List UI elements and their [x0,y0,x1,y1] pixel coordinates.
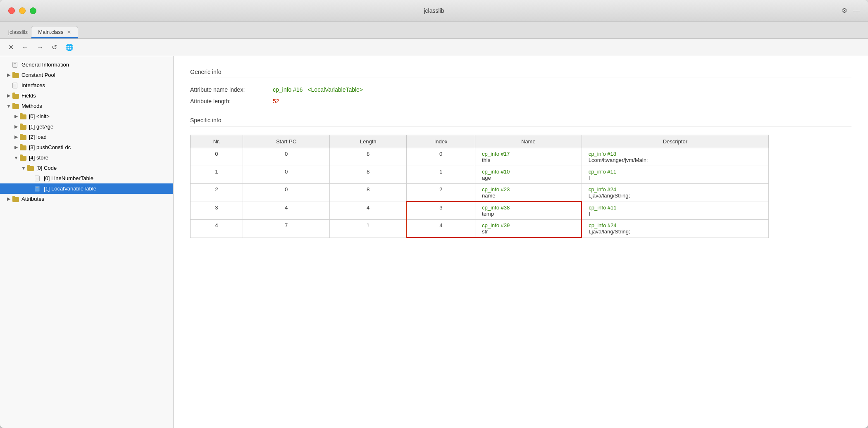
tree-item-13[interactable]: ▶Attributes [0,194,173,204]
name-link-2[interactable]: cp_info #23 [482,186,510,193]
tree-item-0[interactable]: General Information [0,59,173,70]
attribute-name-label: Attribute name index: [190,86,273,93]
tree-label-1: Constant Pool [21,72,55,78]
maximize-button[interactable] [30,7,36,14]
tree-item-12[interactable]: [1] LocalVariableTable [0,183,173,194]
cell-descriptor-3: cp_info #11I [582,202,768,220]
window-title: jclasslib [424,7,444,14]
desc-sub-4: Ljava/lang/String; [589,228,762,235]
main-content: General Information▶Constant PoolInterfa… [0,56,868,428]
tree-item-5[interactable]: ▶[0] <init> [0,111,173,121]
gear-icon[interactable]: ⚙ [842,7,847,14]
folder-icon [12,72,20,78]
tab-close-icon[interactable]: ✕ [67,29,71,35]
tree-label-10: [0] Code [36,165,57,171]
tree-item-10[interactable]: ▼[0] Code [0,163,173,173]
minus-icon[interactable]: — [853,7,860,14]
name-link-1[interactable]: cp_info #10 [482,169,510,175]
tree-item-9[interactable]: ▼[4] store [0,152,173,163]
tree-label-5: [0] <init> [29,113,50,119]
name-link-0[interactable]: cp_info #17 [482,151,510,157]
tree-arrow-6: ▶ [12,124,20,129]
minimize-button[interactable] [19,7,26,14]
name-link-3[interactable]: cp_info #38 [482,204,510,211]
cell-index-0: 0 [407,148,475,166]
cell-descriptor-0: cp_info #18Lcom/itwanger/jvm/Main; [582,148,768,166]
desc-sub-2: Ljava/lang/String; [589,193,762,199]
cell-descriptor-4: cp_info #24Ljava/lang/String; [582,220,768,238]
cell-length-4: 1 [330,220,407,238]
tree-item-4[interactable]: ▼Methods [0,101,173,111]
refresh-button[interactable]: ↺ [50,42,59,53]
folder-icon [12,103,20,109]
tab-label: Main.class [38,29,63,35]
close-button[interactable] [8,7,15,14]
tree-item-3[interactable]: ▶Fields [0,90,173,101]
tree-label-11: [0] LineNumberTable [44,175,93,181]
cell-name-2: cp_info #23name [475,184,582,202]
tree-label-12: [1] LocalVariableTable [44,185,96,192]
tree-arrow-1: ▶ [5,72,12,78]
folder-icon [12,93,20,99]
desc-link-1[interactable]: cp_info #11 [589,169,616,175]
desc-link-0[interactable]: cp_info #18 [589,151,616,157]
folder-icon [20,145,27,150]
tree-label-4: Methods [21,103,42,109]
tree-label-0: General Information [21,62,69,68]
tree-item-6[interactable]: ▶[1] getAge [0,121,173,132]
name-sub-1: age [482,175,575,181]
tree-item-1[interactable]: ▶Constant Pool [0,70,173,80]
col-header-index: Index [407,135,475,148]
cell-startpc-1: 0 [243,166,329,184]
tab-active-indicator [31,37,77,38]
tree-arrow-10: ▼ [20,166,27,171]
tree-item-11[interactable]: [0] LineNumberTable [0,173,173,183]
cell-nr-1: 1 [191,166,243,184]
desc-link-4[interactable]: cp_info #24 [589,222,616,228]
col-header-name: Name [475,135,582,148]
attribute-name-value-link[interactable]: cp_info #16 [273,86,303,93]
folder-icon [20,134,27,140]
col-header-nr.: Nr. [191,135,243,148]
back-button[interactable]: ← [20,42,30,53]
file-icon [35,176,42,181]
tree-arrow-7: ▶ [12,134,20,140]
col-header-start-pc: Start PC [243,135,329,148]
attribute-name-detail: <LocalVariableTable> [308,86,363,93]
table-row-3: 3443cp_info #38tempcp_info #11I [191,202,769,220]
toolbar: ✕ ← → ↺ 🌐 [0,39,868,56]
folder-icon [12,196,20,202]
tab-main-class[interactable]: Main.class ✕ [31,26,78,38]
cell-startpc-3: 4 [243,202,329,220]
tree-label-9: [4] store [29,155,48,161]
specific-info-section: Specific info Nr.Start PCLengthIndexName… [190,117,851,238]
forward-button[interactable]: → [35,42,45,53]
sidebar: General Information▶Constant PoolInterfa… [0,56,174,428]
attribute-name-row: Attribute name index: cp_info #16 <Local… [190,86,851,93]
tree-arrow-3: ▶ [5,93,12,98]
generic-info-header: Generic info [190,69,851,78]
col-header-length: Length [330,135,407,148]
cell-index-2: 2 [407,184,475,202]
cell-nr-2: 2 [191,184,243,202]
name-link-4[interactable]: cp_info #39 [482,222,510,228]
browser-button[interactable]: 🌐 [64,42,75,53]
tree-arrow-8: ▶ [12,145,20,150]
table-row-2: 2082cp_info #23namecp_info #24Ljava/lang… [191,184,769,202]
tree-label-3: Fields [21,93,36,99]
tree-item-2[interactable]: Interfaces [0,80,173,90]
tree-item-8[interactable]: ▶[3] pushConstLdc [0,142,173,152]
close-toolbar-button[interactable]: ✕ [7,42,15,53]
tree-item-7[interactable]: ▶[2] load [0,132,173,142]
tree-label-13: Attributes [21,196,44,202]
cell-length-0: 8 [330,148,407,166]
name-sub-3: temp [482,211,575,217]
tree-label-6: [1] getAge [29,124,53,130]
name-sub-0: this [482,157,575,163]
desc-link-3[interactable]: cp_info #11 [589,204,616,211]
cell-startpc-2: 0 [243,184,329,202]
cell-length-3: 4 [330,202,407,220]
desc-link-2[interactable]: cp_info #24 [589,186,616,193]
attribute-length-label: Attribute length: [190,98,273,105]
folder-icon [20,155,27,161]
